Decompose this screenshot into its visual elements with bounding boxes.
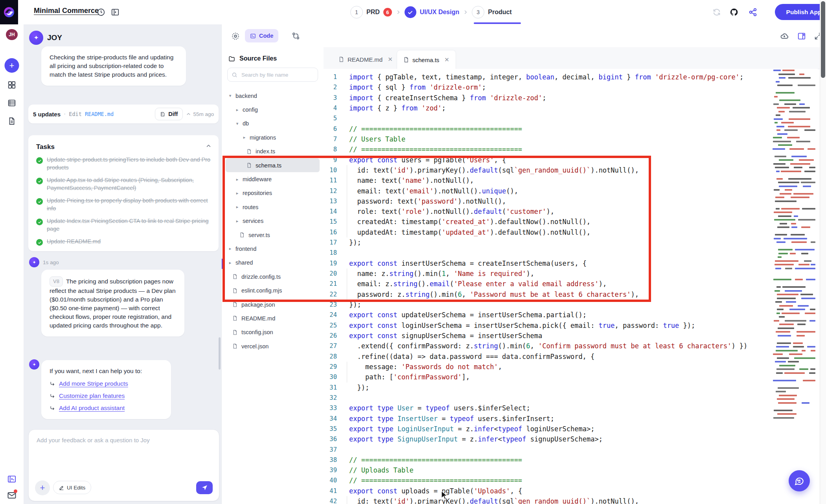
step-2-label[interactable]: UI/UX Design xyxy=(420,9,459,16)
feedback-input-placeholder: Add your feedback or ask a question to J… xyxy=(37,437,150,443)
close-tab-icon[interactable]: ✕ xyxy=(388,56,393,63)
layout-panel-icon[interactable] xyxy=(797,32,806,40)
minimap-line xyxy=(804,129,815,131)
refresh-icon[interactable] xyxy=(712,8,721,17)
line-number: 14 xyxy=(324,206,337,217)
joy-panel-scrollbar[interactable] xyxy=(219,337,221,370)
minimap-line xyxy=(779,77,786,79)
chevron-right-icon[interactable]: ▸ xyxy=(235,204,239,210)
code-editor[interactable]: 1import { pgTable, text, timestamp, inte… xyxy=(324,69,771,504)
minimap-line xyxy=(776,286,781,288)
line-number: 12 xyxy=(324,186,337,196)
tree-item-index.ts[interactable]: index.ts xyxy=(226,145,320,158)
tree-item-migrations[interactable]: ▸migrations xyxy=(226,131,320,144)
minimap-line xyxy=(781,208,799,210)
terminal-panel-icon[interactable] xyxy=(7,475,17,484)
page-scrollbar[interactable] xyxy=(820,0,826,504)
send-button[interactable] xyxy=(196,481,213,494)
code-line-40: 40// ===================================… xyxy=(324,475,771,486)
tree-item-drizzle.config.ts[interactable]: drizzle.config.ts xyxy=(226,270,320,283)
minimap-line xyxy=(789,353,802,355)
chevron-right-icon[interactable]: ▸ xyxy=(242,135,247,140)
history-clock-icon[interactable] xyxy=(97,8,105,17)
tree-item-package.json[interactable]: package.json xyxy=(226,298,320,311)
step-1-label[interactable]: PRD xyxy=(366,9,380,16)
tree-item-config[interactable]: ▸config xyxy=(226,103,320,116)
chevron-right-icon[interactable]: ▸ xyxy=(228,246,232,251)
attach-button[interactable]: + xyxy=(35,480,50,495)
code-line-42: 42 id: text('id').primaryKey().default(s… xyxy=(324,496,771,504)
minimap-line xyxy=(790,163,810,165)
chevron-down-icon[interactable]: ▾ xyxy=(235,121,239,126)
tree-item-services[interactable]: ▸services xyxy=(226,214,320,228)
publish-app-button[interactable]: Publish App xyxy=(775,4,826,20)
chat-fab-button[interactable] xyxy=(789,470,810,491)
collapse-panel-icon[interactable] xyxy=(111,8,120,17)
suggestion-link[interactable]: Add more Stripe products xyxy=(59,379,128,388)
tab-readme[interactable]: README.md ✕ xyxy=(332,50,399,69)
tree-item-schema.ts[interactable]: schema.ts xyxy=(226,158,320,172)
tasks-collapse-icon[interactable] xyxy=(206,143,212,149)
chevron-right-icon[interactable]: ▸ xyxy=(235,177,239,182)
file-search-box[interactable] xyxy=(227,68,318,82)
chevron-right-icon[interactable]: ▸ xyxy=(235,219,239,224)
version-badge[interactable]: V8 xyxy=(50,276,63,287)
scrollbar-thumb[interactable] xyxy=(821,1,825,78)
code-view-toggle[interactable]: Code xyxy=(245,29,278,42)
chevron-right-icon[interactable]: ▸ xyxy=(235,107,239,112)
minimap-line xyxy=(784,372,805,374)
tree-item-vercel.json[interactable]: vercel.json xyxy=(226,339,320,353)
step-1-circle[interactable]: 1 xyxy=(350,6,363,18)
tree-item-repositories[interactable]: ▸repositories xyxy=(226,186,320,200)
tree-item-tsconfig.json[interactable]: tsconfig.json xyxy=(226,326,320,339)
new-project-button[interactable]: + xyxy=(5,58,19,73)
tree-item-server.ts[interactable]: server.ts xyxy=(226,228,320,242)
project-title[interactable]: Minimal Commerce xyxy=(34,7,99,15)
tree-item-README.md[interactable]: README.md xyxy=(226,311,320,325)
user-avatar[interactable]: JH xyxy=(6,29,18,40)
cloud-sync-icon[interactable] xyxy=(780,32,789,40)
github-icon[interactable] xyxy=(730,8,738,17)
step-3-circle[interactable]: 3 xyxy=(472,6,484,18)
share-icon[interactable] xyxy=(749,8,757,17)
git-compare-icon[interactable] xyxy=(292,32,300,40)
tree-item-shared[interactable]: ▸shared xyxy=(226,256,320,270)
step-2-check-icon[interactable] xyxy=(405,6,416,18)
list-rows-icon[interactable] xyxy=(7,99,16,107)
tree-item-frontend[interactable]: ▸frontend xyxy=(226,242,320,256)
feedback-input-card[interactable]: Add your feedback or ask a question to J… xyxy=(28,429,219,501)
minimap-line xyxy=(773,279,791,280)
ui-edits-button[interactable]: UI Edits xyxy=(53,481,91,494)
tree-item-middleware[interactable]: ▸middleware xyxy=(226,172,320,186)
line-number: 31 xyxy=(324,383,337,393)
chevron-right-icon[interactable]: ▸ xyxy=(235,191,239,196)
file-search-input[interactable] xyxy=(241,72,309,78)
app-logo[interactable] xyxy=(0,0,18,24)
file-icon xyxy=(232,288,238,294)
step-3-label[interactable]: Product xyxy=(488,9,511,16)
apps-grid-icon[interactable] xyxy=(7,81,16,89)
suggestion-link[interactable]: Add AI product assistant xyxy=(59,404,125,412)
updates-file-link[interactable]: README.md xyxy=(85,111,114,117)
tree-item-eslint.config.mjs[interactable]: eslint.config.mjs xyxy=(226,283,320,297)
inbox-mail-icon[interactable] xyxy=(7,491,17,500)
joy-header: ✦ JOY xyxy=(29,31,62,45)
close-tab-icon[interactable]: ✕ xyxy=(444,56,449,63)
tab-schema[interactable]: schema.ts ✕ xyxy=(397,50,456,69)
file-icon xyxy=(232,329,237,335)
tree-item-db[interactable]: ▾db xyxy=(226,117,320,131)
preview-eye-icon[interactable] xyxy=(231,32,240,40)
minimap-line xyxy=(793,342,803,344)
minimap-line xyxy=(774,290,780,292)
diff-button[interactable]: Diff xyxy=(155,108,183,120)
minimap-line xyxy=(776,92,795,94)
updates-timestamp[interactable]: 55m ago xyxy=(186,111,214,117)
file-icon xyxy=(239,232,245,238)
document-icon[interactable] xyxy=(7,117,16,125)
tree-item-routes[interactable]: ▸routes xyxy=(226,200,320,214)
tree-item-backend[interactable]: ▾backend xyxy=(226,89,320,103)
chevron-right-icon[interactable]: ▸ xyxy=(228,260,232,265)
chevron-down-icon[interactable]: ▾ xyxy=(228,93,232,98)
minimap[interactable] xyxy=(771,69,818,504)
suggestion-link[interactable]: Customize plan features xyxy=(59,392,125,400)
